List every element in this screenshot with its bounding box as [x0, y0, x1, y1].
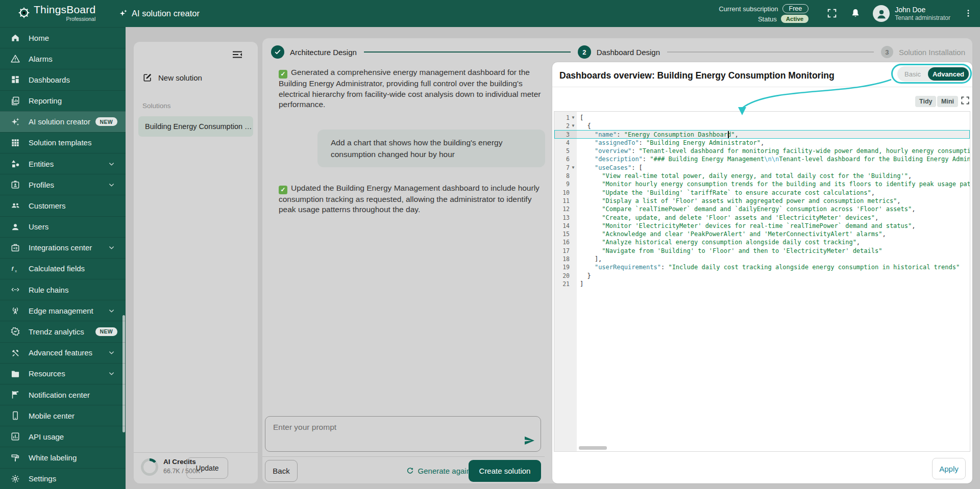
sidebar-item-reporting[interactable]: Reporting — [0, 90, 126, 111]
app: ThingsBoard Professional AI solution cre… — [0, 0, 980, 489]
code-line[interactable]: 12 "Compare `realTimePower` demand and `… — [554, 205, 970, 213]
code-line[interactable]: 2▼ { — [554, 122, 970, 130]
horizontal-scrollbar-thumb[interactable] — [579, 446, 607, 450]
more-menu-button[interactable] — [964, 7, 973, 20]
workbench-card: Architecture Design2Dashboard Design3Sol… — [262, 38, 972, 483]
code-line[interactable]: 18 ], — [554, 255, 970, 263]
check-icon — [274, 48, 282, 56]
sidebar-item-dashboards[interactable]: Dashboards — [0, 69, 126, 90]
code-line[interactable]: 15 "Acknowledge and clear 'PeakPowerAler… — [554, 230, 970, 238]
sidebar-item-resources[interactable]: Resources — [0, 363, 126, 384]
fold-toggle-icon[interactable]: ▼ — [570, 164, 577, 172]
sidebar-item-customers[interactable]: Customers — [0, 195, 126, 216]
code-text: "Monitor hourly energy consumption trend… — [577, 180, 970, 188]
code-line[interactable]: 4 "assignedTo": "Building Energy Adminis… — [554, 139, 970, 147]
sidebar-item-home[interactable]: Home — [0, 27, 126, 48]
code-line[interactable]: 1▼[ — [554, 114, 970, 122]
code-line[interactable]: 8 "View real-time total power, daily ene… — [554, 172, 970, 180]
line-number: 20 — [554, 272, 570, 280]
sidebar-item-edge-management[interactable]: Edge management — [0, 300, 126, 321]
code-line[interactable]: 13 "Create, update, and delete 'Floor' a… — [554, 214, 970, 222]
prompt-input[interactable] — [265, 417, 541, 451]
sidebar-item-label: Resources — [29, 369, 65, 378]
dashboards-icon — [10, 74, 20, 85]
sidebar-item-rule-chains[interactable]: Rule chains — [0, 279, 126, 300]
code-text: "userRequirements": "Include daily cost … — [577, 263, 970, 271]
send-button[interactable] — [523, 434, 536, 448]
code-text: "name": "Energy Consumption Dashboard", — [577, 131, 970, 139]
text-cursor — [728, 131, 729, 138]
code-line[interactable]: 10 "Update the 'Building' `tariffRate` t… — [554, 189, 970, 197]
sidebar-item-white-labeling[interactable]: White labeling — [0, 447, 126, 468]
step-dashboard-design[interactable]: 2Dashboard Design — [578, 45, 660, 59]
subscription-badge[interactable]: Free — [782, 4, 809, 13]
code-line[interactable]: 16 "Analyze historical energy consumptio… — [554, 238, 970, 246]
line-number: 9 — [554, 180, 570, 188]
sidebar-item-settings[interactable]: Settings — [0, 468, 126, 489]
sidebar-item-advanced-features[interactable]: Advanced features — [0, 342, 126, 363]
sidebar-item-users[interactable]: Users — [0, 216, 126, 237]
sidebar-item-label: Users — [29, 222, 48, 231]
svg-text:x: x — [15, 269, 17, 273]
step-solution-installation[interactable]: 3Solution Installation — [881, 46, 965, 58]
avatar[interactable] — [873, 5, 890, 22]
sidebar-item-calculated-fields[interactable]: fxCalculated fields — [0, 258, 126, 279]
step-architecture-design[interactable]: Architecture Design — [271, 45, 357, 59]
code-line[interactable]: 3 "name": "Energy Consumption Dashboard"… — [554, 131, 970, 139]
expand-editor-button[interactable] — [959, 95, 971, 108]
stepper: Architecture Design2Dashboard Design3Sol… — [271, 45, 965, 59]
collapse-panel-button[interactable] — [231, 48, 244, 62]
new-solution-button[interactable]: New solution — [142, 72, 202, 83]
code-line[interactable]: 7▼ "useCases": [ — [554, 164, 970, 172]
mini-button[interactable]: Mini — [937, 96, 958, 107]
code-line[interactable]: 9 "Monitor hourly energy consumption tre… — [554, 180, 970, 188]
sidebar-item-mobile-center[interactable]: Mobile center — [0, 405, 126, 426]
sidebar-item-alarms[interactable]: Alarms — [0, 48, 126, 69]
code-line[interactable]: 21] — [554, 280, 970, 288]
code-text: ], — [577, 255, 970, 263]
code-line[interactable]: 11 "Display a list of 'Floor' assets wit… — [554, 197, 970, 205]
sidebar-item-integrations-center[interactable]: Integrations center — [0, 237, 126, 258]
sidebar-item-solution-templates[interactable]: Solution templates — [0, 132, 126, 153]
code-line[interactable]: 17 "Navigate from 'Building' to 'Floor' … — [554, 247, 970, 255]
sidebar-item-api-usage[interactable]: API usage — [0, 426, 126, 447]
user-role: Tenant administrator — [895, 14, 950, 22]
mode-basic-option[interactable]: Basic — [897, 70, 928, 78]
fold-toggle-icon[interactable]: ▼ — [570, 114, 577, 122]
code-line[interactable]: 14 "Monitor 'ElectricityMeter' devices f… — [554, 222, 970, 230]
ai-credits-block: AI Credits 66.7K / 500K Update — [134, 452, 258, 483]
fold-toggle-icon[interactable]: ▼ — [570, 122, 577, 130]
sidebar-item-label: Customers — [29, 201, 66, 210]
sidebar-item-ai-solution-creator[interactable]: AI solution creatorNEW — [0, 111, 126, 132]
solution-list-item[interactable]: Building Energy Consumption … — [138, 116, 253, 137]
generate-again-button[interactable]: Generate again — [389, 460, 471, 482]
tidy-button[interactable]: Tidy — [915, 96, 936, 107]
gutter-spacer — [570, 272, 577, 280]
prompt-box — [265, 416, 541, 452]
fullscreen-button[interactable] — [826, 8, 838, 20]
gutter-spacer — [570, 247, 577, 255]
sidebar-item-notification-center[interactable]: Notification center — [0, 384, 126, 405]
json-code-editor[interactable]: 1▼[2▼ {3 "name": "Energy Consumption Das… — [554, 111, 970, 452]
user-info[interactable]: John Doe Tenant administrator — [895, 6, 950, 22]
trendz-icon — [10, 326, 20, 337]
thingsboard-logo[interactable]: ThingsBoard Professional — [17, 3, 95, 22]
notifications-button[interactable] — [849, 8, 862, 20]
code-line[interactable]: 20 } — [554, 272, 970, 280]
customers-icon — [10, 200, 20, 211]
sidebar-item-profiles[interactable]: Profiles — [0, 174, 126, 195]
line-number: 6 — [554, 155, 570, 163]
create-solution-button[interactable]: Create solution — [469, 460, 541, 482]
back-button[interactable]: Back — [265, 460, 298, 482]
update-credits-button[interactable]: Update — [186, 457, 228, 479]
assistant-message: ✓Generated a comprehensive energy manage… — [279, 67, 545, 110]
mode-advanced-option[interactable]: Advanced — [928, 67, 969, 81]
sidebar-item-entities[interactable]: Entities — [0, 153, 126, 174]
code-line[interactable]: 5 "overview": "Tenant-level dashboard fo… — [554, 147, 970, 155]
apply-button[interactable]: Apply — [932, 458, 966, 479]
sidebar-item-label: Mobile center — [29, 411, 75, 420]
chevron-down-icon — [108, 307, 115, 315]
code-line[interactable]: 19 "userRequirements": "Include daily co… — [554, 263, 970, 271]
code-line[interactable]: 6 "description": "### Building Energy Ma… — [554, 155, 970, 163]
sidebar-item-trendz-analytics[interactable]: Trendz analyticsNEW — [0, 321, 126, 342]
